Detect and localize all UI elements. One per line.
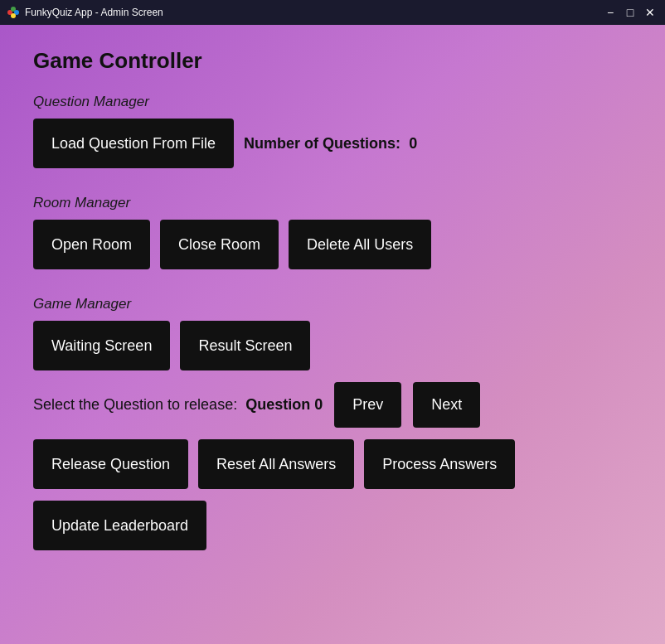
waiting-screen-button[interactable]: Waiting Screen bbox=[33, 321, 170, 370]
release-question-button[interactable]: Release Question bbox=[33, 439, 188, 489]
app-icon bbox=[7, 6, 20, 19]
open-room-button[interactable]: Open Room bbox=[33, 220, 150, 269]
title-bar-controls: − □ ✕ bbox=[602, 4, 658, 21]
process-answers-button[interactable]: Process Answers bbox=[364, 439, 515, 489]
close-room-button[interactable]: Close Room bbox=[160, 220, 279, 269]
room-manager-label: Room Manager bbox=[33, 195, 632, 211]
main-content: Game Controller Question Manager Load Qu… bbox=[0, 25, 665, 644]
next-button[interactable]: Next bbox=[413, 382, 480, 428]
leaderboard-row: Update Leaderboard bbox=[33, 501, 632, 550]
title-bar-left: FunkyQuiz App - Admin Screen bbox=[7, 6, 163, 19]
select-question-prefix: Select the Question to release: bbox=[33, 396, 237, 413]
title-bar: FunkyQuiz App - Admin Screen − □ ✕ bbox=[0, 0, 665, 25]
window-title: FunkyQuiz App - Admin Screen bbox=[25, 7, 163, 18]
game-manager-label: Game Manager bbox=[33, 296, 632, 312]
question-select-label: Select the Question to release: Question… bbox=[33, 396, 323, 414]
svg-point-3 bbox=[11, 13, 16, 18]
delete-all-users-button[interactable]: Delete All Users bbox=[289, 220, 431, 269]
maximize-button[interactable]: □ bbox=[622, 4, 638, 21]
select-question-value: Question 0 bbox=[245, 396, 323, 413]
questions-count: 0 bbox=[409, 135, 417, 152]
reset-all-answers-button[interactable]: Reset All Answers bbox=[198, 439, 354, 489]
game-screen-row: Waiting Screen Result Screen bbox=[33, 321, 632, 370]
question-manager-row: Load Question From File Number of Questi… bbox=[33, 119, 632, 168]
room-manager-row: Open Room Close Room Delete All Users bbox=[33, 220, 632, 269]
close-button[interactable]: ✕ bbox=[642, 4, 658, 21]
game-action-buttons-row: Release Question Reset All Answers Proce… bbox=[33, 439, 632, 489]
result-screen-button[interactable]: Result Screen bbox=[180, 321, 310, 370]
number-of-questions: Number of Questions: 0 bbox=[244, 135, 417, 153]
prev-button[interactable]: Prev bbox=[334, 382, 401, 428]
question-select-row: Select the Question to release: Question… bbox=[33, 382, 632, 428]
page-title: Game Controller bbox=[33, 48, 632, 74]
question-manager-label: Question Manager bbox=[33, 94, 632, 110]
minimize-button[interactable]: − bbox=[602, 4, 619, 21]
update-leaderboard-button[interactable]: Update Leaderboard bbox=[33, 501, 206, 550]
load-question-button[interactable]: Load Question From File bbox=[33, 119, 234, 168]
questions-label: Number of Questions: bbox=[244, 135, 400, 152]
